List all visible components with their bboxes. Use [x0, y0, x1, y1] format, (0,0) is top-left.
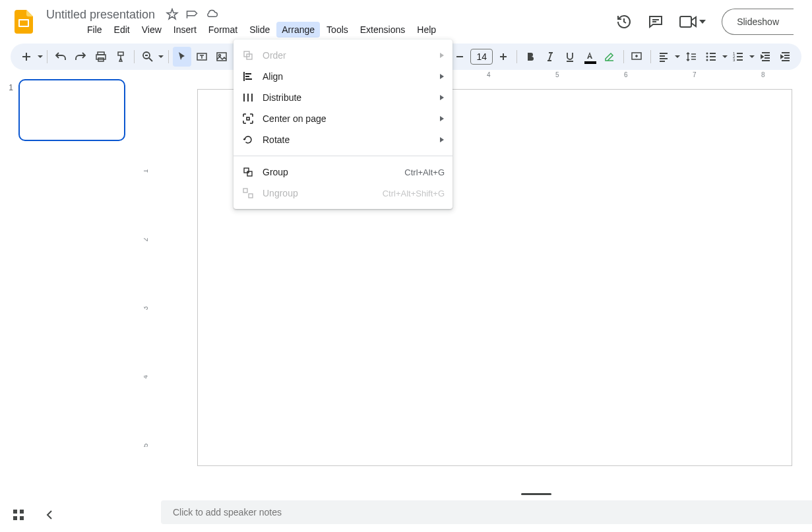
zoom-button[interactable] — [139, 47, 157, 67]
italic-button[interactable] — [541, 47, 559, 67]
menu-format[interactable]: Format — [203, 22, 243, 38]
print-button[interactable] — [91, 47, 109, 67]
font-size-input[interactable] — [470, 49, 493, 65]
font-size-increase[interactable] — [494, 47, 513, 67]
ungroup-icon — [241, 187, 255, 200]
select-tool[interactable] — [173, 47, 191, 67]
menu-slide[interactable]: Slide — [244, 22, 275, 38]
chevron-left-icon[interactable] — [42, 507, 58, 523]
svg-rect-19 — [247, 117, 249, 120]
menu-file[interactable]: File — [82, 22, 108, 38]
new-slide-button[interactable] — [17, 47, 36, 67]
cloud-saved-icon[interactable] — [205, 8, 218, 21]
numbered-list-button[interactable]: 123 — [729, 47, 747, 67]
separator — [623, 50, 624, 63]
image-button[interactable] — [212, 47, 231, 67]
svg-rect-21 — [247, 171, 252, 176]
separator — [168, 50, 169, 63]
menu-rotate[interactable]: Rotate — [234, 129, 453, 150]
ruler-label: 2 — [144, 238, 149, 242]
bold-button[interactable] — [521, 47, 540, 67]
slideshow-button[interactable]: Slideshow — [722, 9, 794, 35]
document-title[interactable]: Untitled presentation — [42, 7, 159, 23]
rotate-icon — [241, 133, 255, 146]
new-slide-dropdown[interactable] — [37, 55, 43, 58]
menu-distribute-label: Distribute — [263, 92, 439, 103]
svg-point-13 — [706, 59, 708, 61]
decrease-indent-button[interactable] — [757, 47, 775, 67]
submenu-arrow-icon — [439, 74, 445, 79]
textbox-button[interactable] — [193, 47, 211, 67]
menu-group[interactable]: Group Ctrl+Alt+G — [234, 162, 453, 183]
numbered-list-dropdown[interactable] — [749, 55, 755, 58]
menu-align[interactable]: Align — [234, 66, 453, 87]
menu-insert[interactable]: Insert — [168, 22, 202, 38]
svg-rect-4 — [96, 55, 106, 59]
menu-help[interactable]: Help — [412, 22, 441, 38]
zoom-dropdown[interactable] — [158, 55, 164, 58]
menu-separator — [234, 156, 453, 156]
order-icon — [241, 49, 255, 62]
font-size-decrease[interactable] — [451, 47, 469, 67]
align-dropdown[interactable] — [675, 55, 681, 58]
center-on-page-icon — [241, 112, 255, 125]
menu-center-on-page[interactable]: Center on page — [234, 108, 453, 129]
menu-extensions[interactable]: Extensions — [355, 22, 410, 38]
menu-tools[interactable]: Tools — [321, 22, 354, 38]
svg-rect-23 — [249, 194, 253, 198]
group-icon — [241, 165, 255, 179]
ruler-label: 5 — [555, 71, 559, 78]
meet-button[interactable] — [679, 15, 706, 28]
underline-button[interactable] — [561, 47, 579, 67]
increase-indent-button[interactable] — [776, 47, 795, 67]
text-color-button[interactable] — [580, 47, 599, 67]
svg-rect-8 — [217, 53, 226, 61]
ruler-label: 4 — [487, 71, 491, 78]
bulleted-list-dropdown[interactable] — [722, 55, 728, 58]
paint-format-button[interactable] — [111, 47, 130, 67]
svg-rect-2 — [680, 16, 691, 27]
svg-rect-22 — [243, 189, 247, 192]
menu-ungroup: Ungroup Ctrl+Alt+Shift+G — [234, 183, 453, 204]
slide-thumbnail[interactable] — [18, 79, 125, 141]
svg-rect-26 — [13, 516, 17, 520]
comments-icon[interactable] — [648, 14, 664, 30]
bulleted-list-button[interactable] — [702, 47, 720, 67]
redo-button[interactable] — [71, 47, 90, 67]
highlight-color-button[interactable] — [600, 47, 619, 67]
svg-rect-20 — [244, 168, 249, 173]
undo-button[interactable] — [51, 47, 70, 67]
menu-group-shortcut: Ctrl+Alt+G — [404, 167, 445, 177]
ruler-label: 1 — [144, 169, 149, 173]
menu-ungroup-label: Ungroup — [263, 188, 383, 198]
menu-arrange[interactable]: Arrange — [276, 22, 320, 38]
star-icon[interactable] — [166, 8, 179, 21]
move-icon[interactable] — [185, 8, 199, 21]
speaker-notes-bar[interactable]: Click to add speaker notes — [161, 500, 812, 524]
svg-text:3: 3 — [733, 58, 735, 62]
menubar: File Edit View Insert Format Slide Arran… — [42, 22, 616, 38]
ruler-label: 7 — [693, 71, 697, 78]
submenu-arrow-icon — [439, 137, 445, 142]
svg-point-11 — [706, 53, 708, 55]
menu-order: Order — [234, 45, 453, 66]
slides-logo[interactable] — [11, 9, 37, 35]
grid-view-icon[interactable] — [11, 507, 26, 523]
menu-edit[interactable]: Edit — [109, 22, 135, 38]
menu-order-label: Order — [263, 50, 439, 61]
insert-comment-button[interactable] — [627, 47, 646, 67]
slide-number: 1 — [7, 83, 13, 92]
separator — [47, 50, 47, 63]
menu-view[interactable]: View — [137, 22, 167, 38]
history-icon[interactable] — [616, 14, 632, 30]
menu-distribute[interactable]: Distribute — [234, 87, 453, 108]
line-spacing-button[interactable] — [682, 47, 701, 67]
slide-indicator-bar[interactable] — [521, 493, 551, 495]
align-button[interactable] — [654, 47, 673, 67]
submenu-arrow-icon — [439, 95, 445, 100]
separator — [516, 50, 517, 63]
svg-rect-25 — [20, 510, 24, 514]
menu-align-label: Align — [263, 71, 439, 82]
ruler-label: 4 — [144, 375, 149, 379]
ruler-label: 6 — [624, 71, 628, 78]
